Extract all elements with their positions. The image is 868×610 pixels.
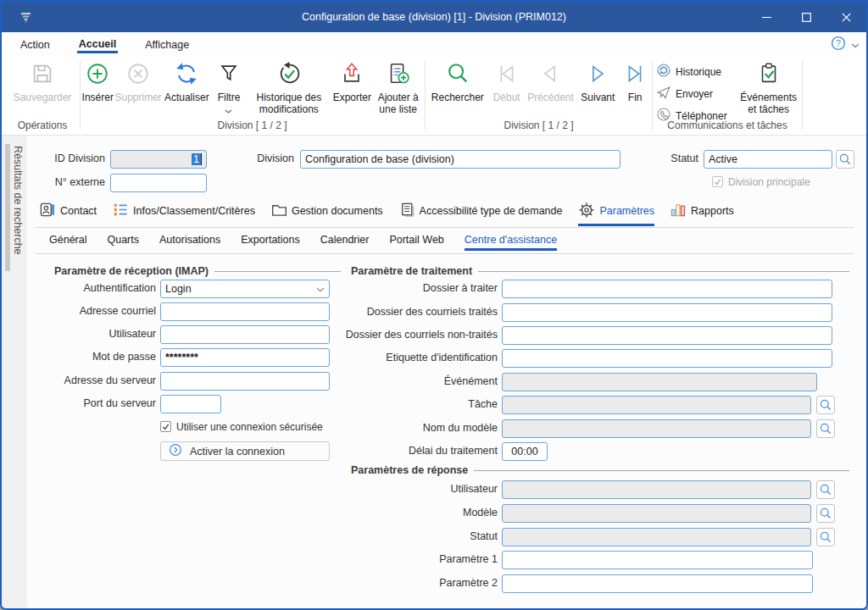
id-division-value: 1 — [192, 153, 202, 165]
numero-externe-field[interactable] — [110, 174, 207, 192]
filter-button[interactable]: Filtre — [212, 56, 246, 117]
last-record-button[interactable]: Fin — [620, 56, 649, 103]
next-record-button[interactable]: Suivant — [577, 56, 618, 103]
utilisateur-imap-field[interactable] — [160, 325, 330, 344]
evenement-field[interactable] — [502, 373, 817, 391]
group-label-division-2: Division [ 1 / 2 ] — [426, 119, 652, 131]
chevron-down-icon — [316, 283, 325, 295]
contact-icon — [40, 202, 56, 220]
id-division-field[interactable]: 1 — [110, 150, 207, 169]
adresse-serveur-field[interactable] — [160, 372, 330, 391]
mot-de-passe-field[interactable]: ******** — [160, 348, 330, 367]
help-icon[interactable]: ? — [831, 36, 846, 54]
check-icon — [714, 179, 721, 186]
window-title: Configuration de base (division) [1] - D… — [2, 11, 866, 23]
refresh-icon — [174, 61, 199, 89]
menu-affichage[interactable]: Affichage — [143, 36, 191, 53]
svg-text:?: ? — [836, 38, 841, 48]
adresse-courriel-field[interactable] — [160, 302, 330, 321]
tab-infos-classement-criteres[interactable]: Infos/Classement/Critères — [113, 202, 255, 225]
menu-accueil[interactable]: Accueil — [77, 35, 118, 53]
ribbon-collapse-chevron-icon[interactable] — [851, 37, 860, 53]
delai-traitement-field[interactable]: 00:00 — [502, 442, 548, 461]
nom-du-modele-lookup-button[interactable] — [816, 419, 835, 438]
magnifier-icon — [838, 152, 852, 166]
imap-section-header: Paramètre de réception (IMAP) — [54, 265, 341, 277]
statut-reponse-lookup-button[interactable] — [816, 528, 835, 546]
parametre-2-label: Paramètre 2 — [351, 577, 498, 589]
ribbon-group-division-1: Insérer Supprimer Actualiser — [81, 56, 424, 135]
tache-lookup-button[interactable] — [816, 396, 835, 414]
search-button[interactable]: Rechercher — [428, 56, 487, 103]
save-icon — [30, 61, 55, 89]
nom-du-modele-field[interactable] — [502, 419, 811, 438]
export-icon — [339, 61, 364, 89]
subtab-autorisations[interactable]: Autorisations — [159, 234, 220, 251]
panel-grip[interactable] — [5, 144, 10, 271]
division-principale-checkbox[interactable] — [712, 176, 723, 187]
subtab-centre-assistance[interactable]: Centre d'assistance — [465, 234, 557, 251]
previous-record-button[interactable]: Précédent — [526, 56, 575, 103]
gear-icon — [578, 202, 595, 221]
delete-button[interactable]: Supprimer — [114, 56, 161, 103]
tab-gestion-documents[interactable]: Gestion documents — [271, 202, 383, 225]
dossier-a-traiter-field[interactable] — [502, 280, 832, 298]
modele-reponse-field[interactable] — [502, 504, 811, 523]
parametre-1-field[interactable] — [502, 551, 813, 569]
magnifier-icon — [819, 398, 832, 412]
authentification-select[interactable]: Login — [160, 280, 330, 298]
tab-contact[interactable]: Contact — [40, 202, 97, 225]
tab-parametres[interactable]: Paramètres — [578, 202, 654, 226]
add-to-list-button[interactable]: Ajouter à une liste — [372, 56, 424, 115]
parametre-2-field[interactable] — [502, 574, 813, 593]
menu-bar: Action Accueil Affichage — [2, 32, 866, 56]
close-button[interactable] — [826, 2, 866, 32]
utilisateur-reponse-lookup-button[interactable] — [816, 480, 835, 499]
statut-field[interactable]: Active — [704, 150, 832, 169]
history-button[interactable]: Historique — [656, 63, 735, 80]
division-field[interactable]: Configuration de base (division) — [300, 150, 620, 169]
connexion-securisee-checkbox[interactable] — [160, 421, 171, 432]
maximize-button[interactable] — [787, 2, 826, 32]
insert-button[interactable]: Insérer — [81, 56, 114, 103]
subtab-general[interactable]: Général — [49, 234, 86, 251]
first-record-button[interactable]: Début — [490, 56, 524, 103]
tab-rapports[interactable]: Rapports — [670, 202, 734, 225]
activer-connexion-button[interactable]: Activer la connexion — [160, 441, 330, 461]
history-modifications-button[interactable]: Historique des modifications — [246, 56, 331, 115]
subtab-exportations[interactable]: Exportations — [241, 234, 299, 251]
subtab-portail-web[interactable]: Portail Web — [389, 234, 443, 251]
menu-action[interactable]: Action — [19, 36, 52, 53]
search-icon — [445, 61, 470, 89]
subtab-quarts[interactable]: Quarts — [107, 234, 139, 251]
refresh-button[interactable]: Actualiser — [162, 56, 212, 103]
next-record-icon — [585, 61, 610, 89]
export-button[interactable]: Exporter — [331, 56, 372, 103]
tache-field[interactable] — [502, 396, 811, 414]
reponse-section-header: Paramètres de réponse — [351, 464, 849, 476]
events-tasks-button[interactable]: Événements et tâches — [735, 56, 802, 125]
statut-reponse-field[interactable] — [502, 528, 811, 546]
utilisateur-imap-label: Utilisateur — [46, 328, 156, 340]
etiquette-identification-label: Etiquette d'identification — [351, 352, 498, 363]
bar-chart-icon — [670, 202, 687, 220]
tab-accessibilite-type-demande[interactable]: Accessibilité type de demande — [399, 202, 563, 225]
etiquette-identification-field[interactable] — [502, 349, 832, 368]
send-button[interactable]: Envoyer — [656, 85, 735, 103]
minimize-button[interactable] — [747, 2, 787, 32]
dossier-courriels-non-traites-field[interactable] — [502, 326, 832, 345]
port-serveur-field[interactable] — [160, 395, 221, 413]
connexion-securisee-label: Utiliser une connexion sécurisée — [176, 421, 323, 433]
dossier-courriels-traites-field[interactable] — [502, 303, 832, 322]
utilisateur-reponse-field[interactable] — [502, 480, 811, 499]
filter-dropdown-chevron-icon[interactable] — [225, 105, 232, 117]
division-label: Division — [239, 152, 294, 164]
previous-record-icon — [537, 61, 563, 89]
save-button[interactable]: Sauvegarder — [14, 56, 72, 103]
first-record-icon — [494, 61, 520, 89]
search-results-panel-tab[interactable]: Résultats de recherche — [2, 136, 27, 608]
statut-lookup-button[interactable] — [836, 150, 854, 169]
modele-reponse-lookup-button[interactable] — [816, 504, 835, 523]
subtab-calendrier[interactable]: Calendrier — [320, 234, 370, 251]
division-principale-label: Division principale — [728, 176, 810, 188]
